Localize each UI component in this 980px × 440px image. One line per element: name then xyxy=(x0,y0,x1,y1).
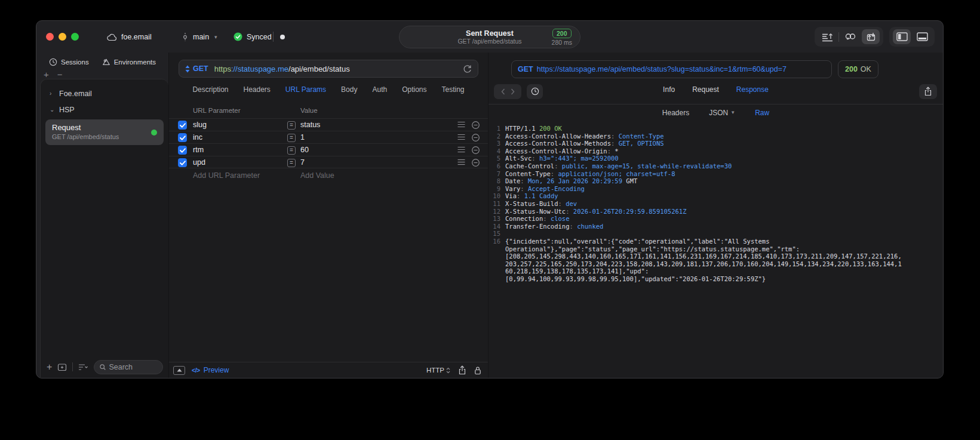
line-number: 4 xyxy=(489,147,505,155)
method-label[interactable]: GET xyxy=(193,64,208,73)
protocol-label: HTTP xyxy=(426,367,444,374)
footer-right-controls: HTTP xyxy=(426,365,481,375)
share-request-button[interactable] xyxy=(458,365,466,375)
ssl-lock-button[interactable] xyxy=(474,366,481,375)
export-lines-button[interactable] xyxy=(818,29,836,44)
branch-name: main xyxy=(193,33,209,41)
select-updown-icon xyxy=(446,367,450,374)
check-icon xyxy=(180,136,186,140)
remove-param-icon[interactable] xyxy=(472,159,480,167)
subtab-raw[interactable]: Raw xyxy=(755,109,769,117)
add-param-row[interactable]: Add URL Parameter Add Value xyxy=(169,168,488,183)
param-name[interactable]: inc xyxy=(193,133,202,141)
param-value[interactable]: 60 xyxy=(300,146,309,154)
line-number xyxy=(489,253,505,260)
param-name[interactable]: rtm xyxy=(193,146,204,154)
request-summary-pill[interactable]: Sent Request GET /api/embed/status 200 2… xyxy=(399,26,580,48)
drag-handle-icon[interactable] xyxy=(457,146,465,153)
row-actions xyxy=(457,146,480,154)
sent-request-url[interactable]: GET https://statuspage.me/api/embed/stat… xyxy=(511,60,832,78)
protocol-select[interactable]: HTTP xyxy=(426,367,450,374)
tab-environments[interactable]: Environments xyxy=(102,58,156,66)
history-button[interactable] xyxy=(527,84,543,99)
response-line: 12X-Status-Now-Utc: 2026-01-26T20:29:59.… xyxy=(489,208,943,216)
minimize-window-button[interactable] xyxy=(59,33,66,41)
param-value[interactable]: 1 xyxy=(300,133,305,141)
param-name[interactable]: slug xyxy=(193,121,207,129)
toggle-sidebar-button[interactable] xyxy=(893,29,911,44)
drag-handle-icon[interactable] xyxy=(457,159,465,165)
drag-handle-icon[interactable] xyxy=(457,134,465,140)
add-request-button[interactable]: + xyxy=(47,363,52,371)
preview-button[interactable]: </> Preview xyxy=(192,366,229,374)
sidebar-request-item-selected[interactable]: Request GET /api/embed/status xyxy=(45,119,164,145)
search-input[interactable] xyxy=(109,363,157,371)
project-selector[interactable]: foe.email xyxy=(107,33,152,41)
tab-auth[interactable]: Auth xyxy=(372,85,387,94)
request-url-bar[interactable]: GET https://statuspage.me/api/embed/stat… xyxy=(179,60,478,78)
subtab-headers[interactable]: Headers xyxy=(662,109,689,117)
remove-param-icon[interactable] xyxy=(472,134,480,141)
row-actions xyxy=(457,159,480,167)
tree-group-hsp[interactable]: ⌄ HSP xyxy=(41,101,168,118)
request-subtitle: GET /api/embed/status xyxy=(457,38,521,45)
add-session-button[interactable]: + xyxy=(44,70,49,79)
param-checkbox[interactable] xyxy=(178,158,187,167)
param-value[interactable]: 7 xyxy=(300,158,305,167)
param-name[interactable]: upd xyxy=(193,158,205,167)
tab-info[interactable]: Info xyxy=(663,85,675,94)
branch-selector[interactable]: main ▾ xyxy=(182,32,217,42)
param-row[interactable]: rtm=60 xyxy=(169,143,488,156)
remove-session-button[interactable]: − xyxy=(57,70,63,79)
toggle-bottom-panel-button[interactable] xyxy=(913,29,931,44)
tab-body[interactable]: Body xyxy=(341,85,357,94)
export-response-button[interactable] xyxy=(919,84,937,99)
table-header: URL Parameter Value xyxy=(169,105,488,118)
param-row[interactable]: inc=1 xyxy=(169,131,488,143)
tab-options[interactable]: Options xyxy=(402,85,426,94)
url-scheme: https xyxy=(214,64,231,73)
zoom-window-button[interactable] xyxy=(71,33,79,41)
resend-button[interactable] xyxy=(463,64,472,73)
param-checkbox[interactable] xyxy=(178,133,187,142)
add-url-parameter-placeholder[interactable]: Add URL Parameter xyxy=(193,171,260,180)
tab-url-params[interactable]: URL Params xyxy=(285,85,326,94)
sync-status[interactable]: Synced xyxy=(234,32,272,41)
back-button[interactable] xyxy=(501,88,505,95)
remove-param-icon[interactable] xyxy=(472,121,480,129)
remove-param-icon[interactable] xyxy=(472,146,480,154)
line-number xyxy=(489,275,505,283)
response-raw-view[interactable]: 1HTTP/1.1 200 OK2Access-Control-Allow-He… xyxy=(489,121,943,378)
forward-button[interactable] xyxy=(511,88,515,95)
drag-handle-icon[interactable] xyxy=(457,121,465,128)
add-value-placeholder[interactable]: Add Value xyxy=(300,171,334,180)
param-checkbox[interactable] xyxy=(178,146,187,155)
param-checkbox[interactable] xyxy=(178,121,187,130)
request-url[interactable]: https://statuspage.me/api/embed/status xyxy=(214,64,350,73)
close-window-button[interactable] xyxy=(46,33,54,41)
tab-headers[interactable]: Headers xyxy=(243,85,270,94)
new-folder-button[interactable] xyxy=(57,363,67,371)
loop-sync-button[interactable] xyxy=(841,29,859,44)
response-line: 3Access-Control-Allow-Methods: GET, OPTI… xyxy=(489,140,943,147)
param-row[interactable]: slug=status xyxy=(169,118,488,131)
param-row[interactable]: upd=7 xyxy=(169,156,488,168)
param-value[interactable]: status xyxy=(300,121,320,129)
line-number: 2 xyxy=(489,133,505,140)
subtab-json[interactable]: JSON ▼ xyxy=(709,109,735,117)
status-badge: 200 xyxy=(552,29,572,38)
import-request-button[interactable] xyxy=(862,29,880,44)
tab-sessions[interactable]: Sessions xyxy=(49,58,89,66)
request-status: 200 280 ms xyxy=(552,29,572,46)
expand-panel-button[interactable] xyxy=(173,366,185,375)
tab-response[interactable]: Response xyxy=(736,85,769,94)
tab-request[interactable]: Request xyxy=(692,85,719,94)
sidebar-search[interactable] xyxy=(94,360,163,374)
tree-group-foe-email[interactable]: › Foe.email xyxy=(41,85,168,101)
tab-testing[interactable]: Testing xyxy=(442,85,465,94)
preview-label: Preview xyxy=(204,366,229,374)
chevron-down-icon: ▼ xyxy=(730,110,735,115)
sort-filter-button[interactable] xyxy=(78,364,88,371)
line-number: 5 xyxy=(489,155,505,162)
tab-description[interactable]: Description xyxy=(192,85,228,94)
